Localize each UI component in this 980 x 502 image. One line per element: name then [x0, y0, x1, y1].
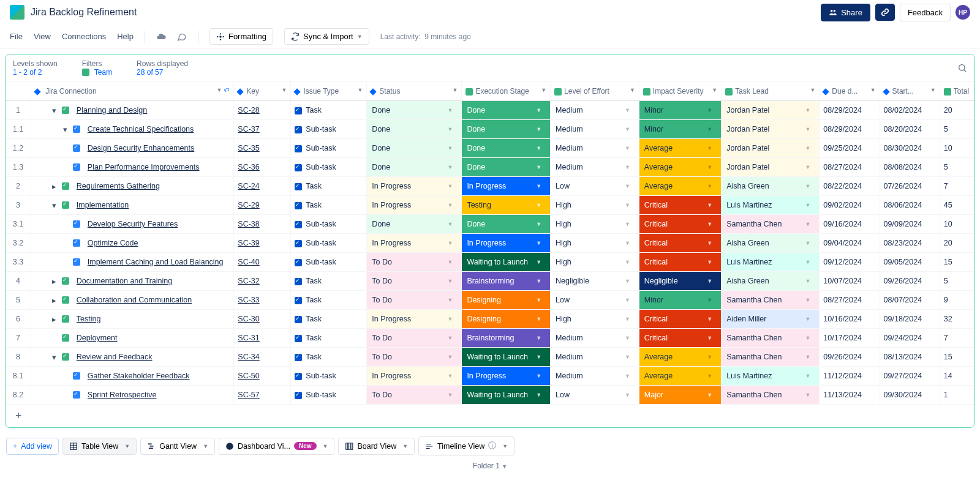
cell-exec-stage[interactable]: Done▼: [462, 101, 551, 120]
cell-jira[interactable]: Sprint Retrospective: [31, 386, 233, 405]
cell-lead[interactable]: Samantha Chen▼: [722, 329, 820, 348]
chevron-down-icon[interactable]: ▼: [536, 107, 541, 113]
link-button[interactable]: [875, 4, 895, 21]
cell-impact[interactable]: Minor▼: [639, 120, 721, 139]
chevron-down-icon[interactable]: ▼: [625, 316, 630, 322]
jira-item-link[interactable]: Implementation: [77, 201, 129, 209]
cell-lead[interactable]: Aiden Miller▼: [722, 310, 820, 329]
chevron-down-icon[interactable]: ▼: [447, 107, 453, 113]
expand-caret-icon[interactable]: ▾: [52, 106, 58, 115]
jira-item-link[interactable]: Plan Performance Improvements: [88, 163, 200, 171]
col-header-due[interactable]: Due d...▼: [820, 82, 880, 101]
folder-selector[interactable]: Folder 1 ▼: [0, 459, 980, 473]
chevron-down-icon[interactable]: ▼: [805, 164, 810, 170]
cell-start[interactable]: 08/06/2024: [880, 196, 940, 215]
cell-effort[interactable]: Medium▼: [551, 139, 639, 158]
cell-key[interactable]: SC-34: [234, 348, 291, 367]
chevron-down-icon[interactable]: ▼: [625, 259, 630, 265]
cell-key[interactable]: SC-40: [234, 253, 291, 272]
table-row[interactable]: 8 ▾ Review and Feedback SC-34 Task To Do…: [6, 348, 974, 367]
menu-help[interactable]: Help: [117, 32, 134, 41]
chevron-down-icon[interactable]: ▼: [707, 107, 712, 113]
cell-due[interactable]: 09/02/2024: [820, 196, 880, 215]
tab-timeline-view[interactable]: Timeline View ⓘ ▼: [418, 436, 514, 455]
add-row-button[interactable]: +: [6, 405, 974, 427]
cell-effort[interactable]: Medium▼: [551, 367, 639, 386]
cell-due[interactable]: 08/27/2024: [820, 291, 880, 310]
cell-lead[interactable]: Jordan Patel▼: [722, 120, 820, 139]
cell-exec-stage[interactable]: Done▼: [462, 139, 551, 158]
cell-due[interactable]: 09/16/2024: [820, 215, 880, 234]
cell-due[interactable]: 11/12/2024: [820, 367, 880, 386]
chevron-down-icon[interactable]: ▼: [630, 87, 635, 93]
chevron-down-icon[interactable]: ▼: [805, 259, 810, 265]
chevron-down-icon[interactable]: ▼: [805, 107, 810, 113]
chevron-down-icon[interactable]: ▼: [625, 164, 630, 170]
cell-issue-type[interactable]: Task: [291, 310, 367, 329]
expand-caret-icon[interactable]: ▸: [52, 315, 58, 324]
table-row[interactable]: 4 ▸ Documentation and Training SC-32 Tas…: [6, 272, 974, 291]
cell-total[interactable]: 20: [940, 101, 974, 120]
chevron-down-icon[interactable]: ▼: [357, 87, 363, 93]
cell-jira[interactable]: Plan Performance Improvements: [31, 158, 233, 177]
cell-total[interactable]: 5: [940, 158, 974, 177]
cell-exec-stage[interactable]: In Progress▼: [462, 367, 551, 386]
cell-start[interactable]: 08/20/2024: [880, 120, 940, 139]
chevron-down-icon[interactable]: ▼: [707, 202, 712, 208]
chevron-down-icon[interactable]: ▼: [707, 145, 712, 151]
cell-jira[interactable]: ▸ Collaboration and Communication: [31, 291, 233, 310]
cell-lead[interactable]: Samantha Chen▼: [722, 348, 820, 367]
table-row[interactable]: 5 ▸ Collaboration and Communication SC-3…: [6, 291, 974, 310]
cell-issue-type[interactable]: Sub-task: [291, 120, 367, 139]
cell-due[interactable]: 10/16/2024: [820, 310, 880, 329]
cell-status[interactable]: Done▼: [367, 158, 462, 177]
cell-effort[interactable]: Negligible▼: [551, 272, 639, 291]
chevron-down-icon[interactable]: ▼: [447, 240, 453, 246]
cell-lead[interactable]: Samantha Chen▼: [722, 215, 820, 234]
cell-jira[interactable]: ▸ Testing: [31, 310, 233, 329]
cell-impact[interactable]: Negligible▼: [639, 272, 721, 291]
cell-jira[interactable]: Deployment: [31, 329, 233, 348]
cell-effort[interactable]: Low▼: [551, 291, 639, 310]
cell-lead[interactable]: Luis Martinez▼: [722, 367, 820, 386]
chevron-down-icon[interactable]: ▼: [536, 145, 541, 151]
add-view-button[interactable]: +Add view: [6, 438, 59, 455]
cell-status[interactable]: In Progress▼: [367, 234, 462, 253]
table-row[interactable]: 8.1 Gather Stakeholder Feedback SC-50 Su…: [6, 367, 974, 386]
chevron-down-icon[interactable]: ▼: [502, 443, 508, 449]
cell-due[interactable]: 10/07/2024: [820, 272, 880, 291]
chevron-down-icon[interactable]: ▼: [805, 335, 810, 341]
cell-jira[interactable]: Design Security Enhancements: [31, 139, 233, 158]
chevron-down-icon[interactable]: ▼: [805, 278, 810, 284]
cell-status[interactable]: In Progress▼: [367, 367, 462, 386]
cell-start[interactable]: 08/30/2024: [880, 139, 940, 158]
cell-effort[interactable]: Medium▼: [551, 120, 639, 139]
cell-total[interactable]: 1: [940, 386, 974, 405]
cell-effort[interactable]: Low▼: [551, 177, 639, 196]
jira-item-link[interactable]: Collaboration and Communication: [77, 296, 192, 304]
cell-lead[interactable]: Jordan Patel▼: [722, 158, 820, 177]
chevron-down-icon[interactable]: ▼: [707, 392, 712, 398]
cell-jira[interactable]: ▾ Create Technical Specifications: [31, 120, 233, 139]
cell-due[interactable]: 08/27/2024: [820, 158, 880, 177]
cell-impact[interactable]: Average▼: [639, 348, 721, 367]
chevron-down-icon[interactable]: ▼: [216, 87, 222, 93]
chevron-down-icon[interactable]: ▼: [625, 278, 630, 284]
cell-key[interactable]: SC-57: [234, 386, 291, 405]
cell-total[interactable]: 10: [940, 215, 974, 234]
cell-effort[interactable]: Medium▼: [551, 348, 639, 367]
jira-item-link[interactable]: Sprint Retrospective: [88, 391, 157, 399]
chevron-down-icon[interactable]: ▼: [536, 335, 541, 341]
cell-exec-stage[interactable]: Done▼: [462, 215, 551, 234]
jira-item-link[interactable]: Review and Feedback: [77, 353, 153, 361]
chevron-down-icon[interactable]: ▼: [447, 373, 453, 379]
cell-key[interactable]: SC-32: [234, 272, 291, 291]
jira-item-link[interactable]: Deployment: [77, 334, 118, 342]
cell-total[interactable]: 20: [940, 234, 974, 253]
col-header-lead[interactable]: Task Lead▼: [722, 82, 820, 101]
chevron-down-icon[interactable]: ▼: [625, 202, 630, 208]
cell-status[interactable]: To Do▼: [367, 386, 462, 405]
cell-status[interactable]: To Do▼: [367, 329, 462, 348]
chevron-down-icon[interactable]: ▼: [447, 145, 453, 151]
cell-jira[interactable]: Gather Stakeholder Feedback: [31, 367, 233, 386]
